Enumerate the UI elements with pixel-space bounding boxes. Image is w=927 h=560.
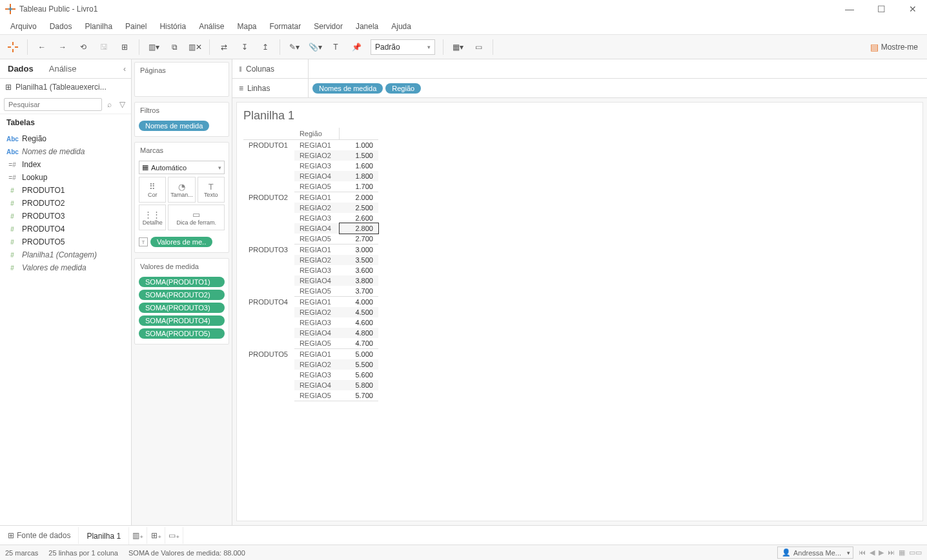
highlight-icon[interactable]: ✎▾ [285, 38, 303, 56]
region-cell[interactable]: REGIAO3 [294, 213, 340, 223]
measure-pill-somaproduto3[interactable]: SOMA(PRODUTO3) [139, 303, 225, 313]
value-cell[interactable]: 1.700 [340, 181, 378, 192]
clear-icon[interactable]: ▥✕ [186, 38, 204, 56]
fit-select[interactable]: Padrão [371, 39, 435, 55]
menu-ajuda[interactable]: Ajuda [385, 19, 418, 34]
new-worksheet-button[interactable]: ▥₊ [129, 527, 147, 544]
value-cell[interactable]: 4.500 [340, 307, 378, 317]
table-row[interactable]: PRODUTO5REGIAO15.000 [243, 349, 378, 360]
region-cell[interactable]: REGIAO1 [294, 140, 340, 151]
region-cell[interactable]: REGIAO2 [294, 359, 340, 370]
value-cell[interactable]: 4.700 [340, 338, 378, 349]
region-cell[interactable]: REGIAO4 [294, 380, 340, 390]
value-cell[interactable]: 5.800 [340, 380, 378, 390]
table-row[interactable]: PRODUTO1REGIAO11.000 [243, 140, 378, 151]
close-button[interactable]: ✕ [904, 4, 922, 14]
value-cell[interactable]: 3.800 [340, 275, 378, 286]
field-produto1[interactable]: #PRODUTO1 [0, 184, 131, 197]
product-cell[interactable]: PRODUTO1 [243, 140, 294, 192]
menu-analise[interactable]: Análise [192, 19, 230, 34]
field-produto3[interactable]: #PRODUTO3 [0, 210, 131, 223]
value-cell[interactable]: 2.000 [340, 192, 378, 203]
nav-next-icon[interactable]: ▶ [879, 548, 884, 557]
table-row[interactable]: PRODUTO2REGIAO12.000 [243, 192, 378, 203]
value-cell[interactable]: 1.000 [340, 140, 378, 151]
menu-dados[interactable]: Dados [43, 19, 79, 34]
sort-asc-icon[interactable]: ↧ [236, 38, 254, 56]
tableau-icon[interactable] [4, 38, 22, 56]
field-produto5[interactable]: #PRODUTO5 [0, 235, 131, 248]
region-cell[interactable]: REGIAO4 [294, 328, 340, 338]
menu-servidor[interactable]: Servidor [307, 19, 349, 34]
mark-btn-taman[interactable]: ◔Taman... [168, 177, 195, 203]
field-produto4[interactable]: #PRODUTO4 [0, 223, 131, 235]
value-cell[interactable]: 2.800 [340, 223, 378, 234]
table-row[interactable]: PRODUTO4REGIAO14.000 [243, 297, 378, 308]
region-cell[interactable]: REGIAO1 [294, 192, 340, 203]
mark-btn-cor[interactable]: ⠿Cor [139, 177, 166, 203]
maximize-button[interactable]: ☐ [872, 4, 891, 14]
collapse-sidebar-icon[interactable]: ‹ [118, 62, 131, 76]
value-cell[interactable]: 5.600 [340, 370, 378, 380]
region-cell[interactable]: REGIAO1 [294, 245, 340, 255]
new-sheet-icon[interactable]: ▥▾ [145, 38, 163, 56]
datasource-item[interactable]: ⊞ Planilha1 (Tableauexerci... [0, 79, 131, 95]
region-cell[interactable]: REGIAO4 [294, 223, 340, 234]
region-cell[interactable]: REGIAO2 [294, 255, 340, 265]
nav-first-icon[interactable]: ⏮ [859, 548, 866, 557]
region-cell[interactable]: REGIAO3 [294, 161, 340, 171]
measure-pill-somaproduto4[interactable]: SOMA(PRODUTO4) [139, 315, 225, 326]
filter-pill-nomes[interactable]: Nomes de medida [139, 121, 209, 131]
save-icon[interactable]: 🖫 [95, 38, 113, 56]
nav-prev-icon[interactable]: ◀ [870, 548, 875, 557]
undo-icon[interactable]: ← [33, 38, 51, 56]
value-cell[interactable]: 4.800 [340, 328, 378, 338]
value-cell[interactable]: 3.600 [340, 265, 378, 275]
show-me-button[interactable]: ▤ Mostre-me [865, 39, 923, 55]
value-cell[interactable]: 1.500 [340, 150, 378, 161]
col-header-regiao[interactable]: Região [294, 128, 340, 140]
menu-planilha[interactable]: Planilha [78, 19, 119, 34]
mark-btn-texto[interactable]: TTexto [198, 177, 225, 203]
region-cell[interactable]: REGIAO1 [294, 297, 340, 308]
value-cell[interactable]: 3.700 [340, 286, 378, 297]
region-cell[interactable]: REGIAO3 [294, 265, 340, 275]
product-cell[interactable]: PRODUTO3 [243, 245, 294, 297]
field-valores-de-medida[interactable]: #Valores de medida [0, 261, 131, 274]
region-cell[interactable]: REGIAO5 [294, 181, 340, 192]
field-lookup[interactable]: =#Lookup [0, 171, 131, 184]
region-cell[interactable]: REGIAO5 [294, 234, 340, 245]
region-cell[interactable]: REGIAO2 [294, 150, 340, 161]
region-cell[interactable]: REGIAO2 [294, 203, 340, 213]
filter-icon[interactable]: ▽ [117, 99, 128, 110]
value-cell[interactable]: 4.600 [340, 317, 378, 328]
new-data-icon[interactable]: ⊞ [116, 38, 134, 56]
product-cell[interactable]: PRODUTO2 [243, 192, 294, 245]
field-planilha1-contagem-[interactable]: #Planilha1 (Contagem) [0, 248, 131, 261]
presentation-icon[interactable]: ▭ [469, 38, 487, 56]
menu-formatar[interactable]: Formatar [263, 19, 308, 34]
tab-analise[interactable]: Análise [41, 60, 85, 77]
value-cell[interactable]: 2.700 [340, 234, 378, 245]
menu-mapa[interactable]: Mapa [230, 19, 263, 34]
value-cell[interactable]: 1.600 [340, 161, 378, 171]
region-cell[interactable]: REGIAO4 [294, 275, 340, 286]
measure-pill-somaproduto2[interactable]: SOMA(PRODUTO2) [139, 290, 225, 300]
field-index[interactable]: =#Index [0, 158, 131, 171]
row-pill-regiao[interactable]: Região [385, 83, 421, 94]
field-regi-o[interactable]: AbcRegião [0, 132, 131, 145]
region-cell[interactable]: REGIAO3 [294, 370, 340, 380]
value-cell[interactable]: 2.600 [340, 213, 378, 223]
filmstrip-icon[interactable]: ▭▭ [909, 548, 922, 557]
search-input[interactable] [4, 98, 102, 111]
row-pill-nomes[interactable]: Nomes de medida [312, 83, 383, 94]
minimize-button[interactable]: — [840, 4, 859, 14]
value-cell[interactable]: 5.000 [340, 349, 378, 360]
region-cell[interactable]: REGIAO1 [294, 349, 340, 360]
new-dashboard-button[interactable]: ⊞₊ [147, 527, 165, 544]
redo-icon[interactable]: → [54, 38, 72, 56]
value-cell[interactable]: 1.800 [340, 171, 378, 181]
table-row[interactable]: PRODUTO3REGIAO13.000 [243, 245, 378, 255]
tab-data-source[interactable]: ⊞ Fonte de dados [0, 527, 79, 544]
menu-janela[interactable]: Janela [349, 19, 385, 34]
